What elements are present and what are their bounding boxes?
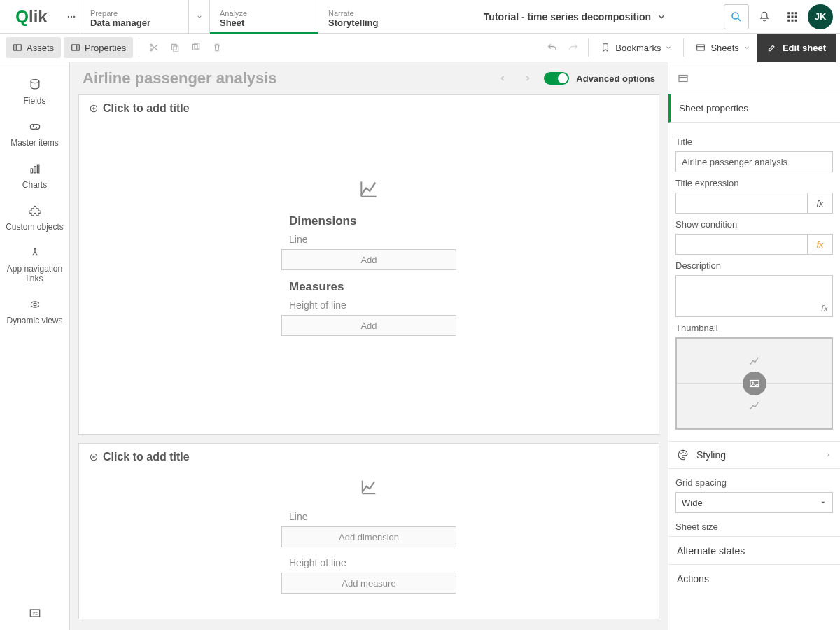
search-button[interactable] (724, 4, 749, 29)
svg-point-1 (71, 15, 72, 17)
user-avatar[interactable]: JK (808, 4, 833, 29)
add-dimension-button[interactable]: Add dimension (281, 526, 456, 547)
properties-body: Title Title expression fx Show condition… (668, 122, 840, 630)
add-title-text: Click to add title (103, 102, 190, 115)
add-dimension-button[interactable]: Add (281, 249, 456, 270)
assets-panel-toggle[interactable]: Assets (6, 37, 61, 58)
line-chart-icon (359, 477, 379, 497)
app-title[interactable]: Tutorial - time series decomposition (426, 0, 724, 33)
grid-icon (786, 10, 799, 23)
assets-tab-fields[interactable]: Fields (0, 71, 69, 113)
sheet-title[interactable]: Airline passenger analysis (83, 69, 486, 88)
redo-button[interactable] (563, 37, 584, 58)
styling-accordion[interactable]: Styling (668, 441, 840, 469)
tab-prepare[interactable]: Prepare Data manager (80, 0, 188, 33)
tab-analyze[interactable]: Analyze Sheet (209, 0, 318, 33)
assets-tab-master-items[interactable]: Master items (0, 113, 69, 155)
redo-icon (567, 41, 580, 54)
caret-down-icon (820, 499, 827, 506)
measure-field-label: Height of line (289, 557, 346, 568)
fx-icon[interactable]: fx (821, 303, 828, 314)
notifications-button[interactable] (752, 4, 777, 29)
svg-rect-13 (795, 19, 797, 21)
svg-rect-11 (788, 19, 790, 21)
delete-button[interactable] (206, 37, 227, 58)
add-title-text: Click to add title (103, 451, 190, 463)
svg-point-50 (680, 453, 682, 454)
advanced-options-toggle[interactable]: Advanced options (544, 72, 655, 85)
sheets-label: Sheets (710, 43, 738, 53)
assets-tab-dynamic-views[interactable]: Dynamic views (0, 290, 69, 332)
copy-button[interactable] (164, 37, 186, 58)
viz-card-2[interactable]: Click to add title Line Add dimension He… (78, 443, 659, 620)
assets-tab-custom-objects[interactable]: Custom objects (0, 197, 69, 239)
assets-tab-charts[interactable]: Charts (0, 155, 69, 197)
thumbnail-preview[interactable] (676, 337, 833, 430)
tab-prepare-dropdown[interactable] (188, 0, 209, 33)
fx-button[interactable]: fx (808, 192, 833, 214)
undo-button[interactable] (542, 37, 563, 58)
svg-point-51 (682, 452, 684, 454)
show-condition-label: Show condition (676, 219, 833, 230)
svg-rect-8 (788, 15, 790, 18)
tab-section-label: Narrate (328, 9, 416, 18)
paste-button[interactable] (186, 37, 206, 58)
dynamic-view-icon (28, 298, 42, 312)
qlik-logo[interactable]: Qlik (0, 0, 63, 33)
show-condition-input[interactable] (676, 234, 808, 255)
add-measure-button[interactable]: Add (281, 315, 456, 336)
alternate-states-accordion[interactable]: Alternate states (668, 536, 840, 564)
grid-spacing-label: Grid spacing (676, 477, 833, 488)
cut-button[interactable] (144, 37, 164, 58)
properties-panel: Sheet properties Title Title expression … (668, 62, 840, 630)
dimensions-heading: Dimensions (289, 214, 356, 228)
change-thumbnail-button[interactable] (743, 372, 766, 396)
chevron-right-icon (825, 451, 832, 458)
viz-card-1[interactable]: Click to add title Dimensions Line Add M… (78, 94, 659, 435)
avatar-initials: JK (815, 11, 827, 22)
add-btn-label: Add dimension (339, 532, 399, 542)
logo-menu-button[interactable] (63, 0, 80, 33)
panel-right-icon (71, 43, 80, 52)
dimension-field-label: Line (289, 234, 307, 245)
properties-panel-toggle[interactable]: Properties (64, 37, 133, 58)
svg-rect-29 (31, 169, 33, 173)
viz-title-placeholder[interactable]: Click to add title (79, 95, 659, 122)
bookmarks-menu[interactable]: Bookmarks (593, 34, 679, 62)
next-sheet-button[interactable] (519, 69, 537, 88)
line-chart-icon (358, 178, 380, 200)
title-input[interactable] (676, 151, 833, 172)
plus-circle-icon (89, 104, 99, 113)
svg-rect-23 (174, 46, 178, 52)
palette-icon (677, 449, 690, 461)
title-expression-input[interactable] (676, 192, 808, 214)
assets-tab-app-navigation[interactable]: App navigation links (0, 239, 69, 290)
measure-field-label: Height of line (289, 300, 346, 311)
variables-button[interactable]: x= (18, 596, 52, 630)
dimension-field-label: Line (289, 511, 307, 522)
edit-sheet-button[interactable]: Edit sheet (757, 34, 836, 62)
bar-chart-icon (28, 162, 42, 176)
tab-narrate[interactable]: Narrate Storytelling (318, 0, 426, 33)
tab-value-label: Storytelling (328, 18, 416, 28)
add-measure-button[interactable]: Add measure (281, 573, 456, 594)
svg-rect-31 (37, 164, 39, 173)
grid-spacing-select[interactable]: Wide (676, 492, 833, 513)
sheet-outline-icon[interactable] (677, 72, 690, 85)
assets-panel: Fields Master items Charts Custom object… (0, 62, 70, 630)
actions-accordion[interactable]: Actions (668, 564, 840, 592)
sheets-menu[interactable]: Sheets (688, 34, 757, 62)
svg-point-52 (685, 453, 686, 454)
sheet-canvas: Airline passenger analysis Advanced opti… (70, 62, 668, 630)
navigation-icon (28, 246, 42, 260)
description-input[interactable]: fx (676, 275, 833, 317)
grid-spacing-value: Wide (682, 498, 703, 508)
app-title-text: Tutorial - time series decomposition (484, 11, 651, 22)
prev-sheet-button[interactable] (493, 69, 512, 88)
viz-title-placeholder[interactable]: Click to add title (79, 444, 659, 470)
svg-rect-26 (697, 45, 705, 50)
assets-label: Assets (27, 43, 54, 53)
fx-button[interactable]: fx (808, 234, 833, 255)
app-launcher-button[interactable] (780, 4, 805, 29)
description-label: Description (676, 260, 833, 271)
